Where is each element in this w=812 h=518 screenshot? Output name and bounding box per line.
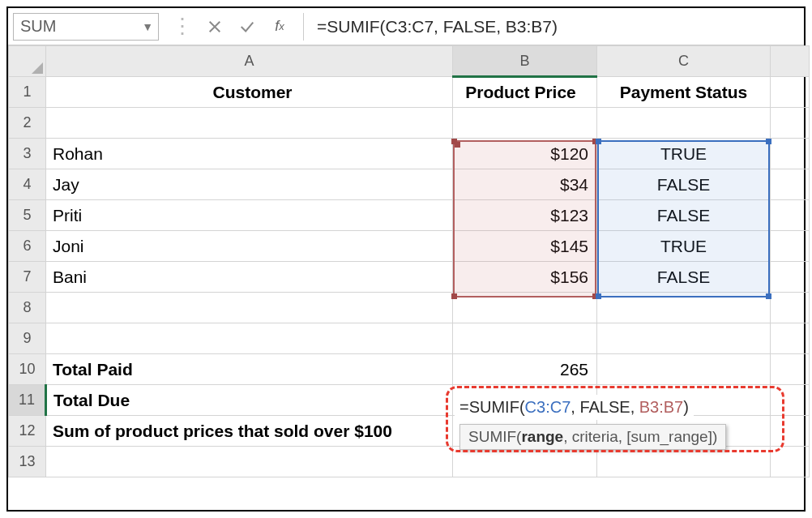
cell-price[interactable]: $120	[453, 139, 597, 169]
cell[interactable]	[771, 169, 810, 200]
cell-total-paid-label[interactable]: Total Paid	[46, 354, 453, 385]
cell-status[interactable]: FALSE	[597, 200, 771, 231]
cell[interactable]	[597, 354, 771, 385]
table-row: 7 Bani $156 FALSE	[9, 262, 810, 293]
cell[interactable]	[771, 77, 810, 108]
table-row: 4 Jay $34 FALSE	[9, 169, 810, 200]
formula-token: , FALSE,	[571, 398, 639, 416]
enter-icon[interactable]	[237, 16, 258, 37]
cell[interactable]	[771, 108, 810, 139]
more-icon: ⋮	[172, 16, 193, 37]
cell-total-due-label[interactable]: Total Due	[46, 385, 453, 416]
row-header[interactable]: 10	[9, 354, 46, 385]
cell[interactable]	[771, 354, 810, 385]
formula-tooltip[interactable]: SUMIF(range, criteria, [sum_range])	[459, 424, 726, 450]
cell-price[interactable]: $123	[453, 200, 597, 231]
cell-customer[interactable]: Bani	[46, 262, 453, 293]
row-header[interactable]: 8	[9, 293, 46, 323]
row-header[interactable]: 3	[9, 139, 46, 169]
cell[interactable]	[771, 231, 810, 262]
row-header[interactable]: 11	[9, 385, 46, 416]
row-header[interactable]: 12	[9, 416, 46, 447]
cell-price[interactable]: $34	[453, 169, 597, 200]
header-customer[interactable]: Customer	[46, 77, 453, 108]
tooltip-arg-range[interactable]: range	[521, 428, 563, 445]
cell-sum-over-label[interactable]: Sum of product prices that sold over $10…	[46, 416, 453, 447]
row-header[interactable]: 2	[9, 108, 46, 139]
table-row: 6 Joni $145 TRUE	[9, 231, 810, 262]
col-header-extra[interactable]	[771, 46, 810, 77]
tooltip-rest: , criteria, [sum_range])	[563, 428, 717, 445]
row-header[interactable]: 9	[9, 323, 46, 354]
cell[interactable]	[771, 262, 810, 293]
name-box-value: SUM	[20, 17, 56, 36]
cell[interactable]	[597, 293, 771, 323]
formula-token: )	[683, 398, 689, 416]
table-row: 3 Rohan $120 TRUE	[9, 139, 810, 169]
formula-bar[interactable]: =SUMIF(C3:C7, FALSE, B3:B7)	[303, 13, 799, 41]
cell-price[interactable]: $145	[453, 231, 597, 262]
row-header[interactable]: 13	[9, 447, 46, 477]
spreadsheet-grid[interactable]: A B C 1 Customer Product Price Payment S…	[8, 45, 804, 477]
cell[interactable]	[771, 385, 810, 416]
cell[interactable]	[597, 447, 771, 477]
row-header[interactable]: 1	[9, 77, 46, 108]
header-price[interactable]: Product Price	[453, 77, 597, 108]
row-header[interactable]: 4	[9, 169, 46, 200]
cell[interactable]	[597, 323, 771, 354]
cell[interactable]	[771, 323, 810, 354]
formula-controls: ⋮ fx	[167, 13, 295, 41]
cell[interactable]	[46, 323, 453, 354]
row-header[interactable]: 6	[9, 231, 46, 262]
table-row: 9	[9, 323, 810, 354]
col-header-a[interactable]: A	[46, 46, 453, 77]
cell[interactable]	[453, 108, 597, 139]
cell[interactable]	[46, 447, 453, 477]
header-status[interactable]: Payment Status	[597, 77, 771, 108]
cell[interactable]	[453, 293, 597, 323]
table-row: 8	[9, 293, 810, 323]
tooltip-fn: SUMIF(	[468, 428, 521, 445]
table-row: 5 Priti $123 FALSE	[9, 200, 810, 231]
cell-status[interactable]: FALSE	[597, 262, 771, 293]
cell-customer[interactable]: Joni	[46, 231, 453, 262]
fx-icon[interactable]: fx	[269, 16, 290, 37]
cell-total-paid-value[interactable]: 265	[453, 354, 597, 385]
formula-token: =SUMIF(	[459, 398, 525, 416]
formula-bar-text: =SUMIF(C3:C7, FALSE, B3:B7)	[317, 17, 558, 36]
col-header-b[interactable]: B	[453, 46, 597, 77]
excel-window: SUM ▼ ⋮ fx =SUMIF(C3:C7, FALSE, B3:B7) A	[6, 6, 806, 512]
cell-status[interactable]: TRUE	[597, 231, 771, 262]
col-header-c[interactable]: C	[597, 46, 771, 77]
select-all-corner[interactable]	[9, 46, 46, 77]
cell[interactable]	[771, 447, 810, 477]
cell-customer[interactable]: Rohan	[46, 139, 453, 169]
formula-range-c: C3:C7	[525, 398, 571, 416]
formula-bar-row: SUM ▼ ⋮ fx =SUMIF(C3:C7, FALSE, B3:B7)	[8, 8, 804, 45]
table-row: 13	[9, 447, 810, 477]
cell-customer[interactable]: Jay	[46, 169, 453, 200]
cell-status[interactable]: TRUE	[597, 139, 771, 169]
table-row: 10 Total Paid 265	[9, 354, 810, 385]
cell[interactable]	[46, 108, 453, 139]
table-row: 1 Customer Product Price Payment Status	[9, 77, 810, 108]
chevron-down-icon[interactable]: ▼	[142, 20, 153, 33]
cell-status[interactable]: FALSE	[597, 169, 771, 200]
cell[interactable]	[453, 447, 597, 477]
cell[interactable]	[771, 200, 810, 231]
cell[interactable]	[453, 323, 597, 354]
formula-range-b: B3:B7	[639, 398, 683, 416]
table-row: 2	[9, 108, 810, 139]
cell-price[interactable]: $156	[453, 262, 597, 293]
cell-formula-overlay[interactable]: =SUMIF(C3:C7, FALSE, B3:B7)	[455, 395, 694, 420]
cell[interactable]	[771, 139, 810, 169]
cell[interactable]	[771, 293, 810, 323]
cell[interactable]	[771, 416, 810, 447]
cell-customer[interactable]: Priti	[46, 200, 453, 231]
cancel-icon[interactable]	[204, 16, 225, 37]
name-box[interactable]: SUM ▼	[13, 13, 159, 41]
row-header[interactable]: 5	[9, 200, 46, 231]
row-header[interactable]: 7	[9, 262, 46, 293]
cell[interactable]	[597, 108, 771, 139]
cell[interactable]	[46, 293, 453, 323]
